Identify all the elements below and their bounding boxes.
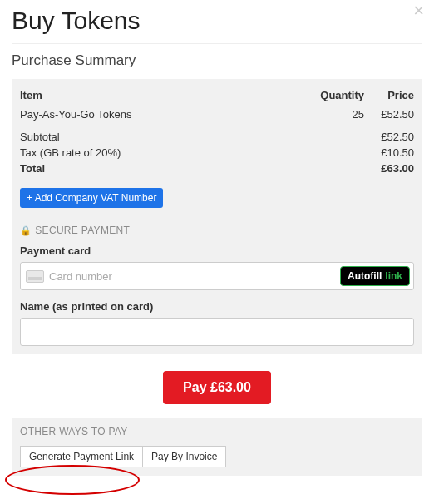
total-row: Total £63.00 <box>20 161 414 176</box>
lock-icon: 🔒 <box>20 225 32 236</box>
generate-payment-link-button[interactable]: Generate Payment Link <box>20 446 143 467</box>
tax-label: Tax (GB rate of 20%) <box>20 146 314 159</box>
autofill-link-button[interactable]: Autofill link <box>340 266 410 286</box>
tax-value: £10.50 <box>364 146 414 159</box>
other-ways-panel: OTHER WAYS TO PAY Generate Payment Link … <box>12 418 422 476</box>
summary-panel: Item Quantity Price Pay-As-You-Go Tokens… <box>12 79 422 354</box>
line-item-qty: 25 <box>314 108 364 121</box>
pay-by-invoice-button[interactable]: Pay By Invoice <box>142 446 226 467</box>
other-ways-heading: OTHER WAYS TO PAY <box>20 426 414 437</box>
divider <box>12 43 422 44</box>
total-label: Total <box>20 162 314 175</box>
modal-title: Buy Tokens <box>12 7 422 35</box>
card-number-field[interactable]: Autofill link <box>20 262 414 290</box>
summary-header-row: Item Quantity Price <box>20 87 414 103</box>
col-price: Price <box>364 89 414 101</box>
payment-card-label: Payment card <box>20 245 414 257</box>
subtotal-label: Subtotal <box>20 131 314 143</box>
secure-text: SECURE PAYMENT <box>35 225 130 236</box>
pay-row: Pay £63.00 <box>12 371 422 404</box>
line-item-name: Pay-As-You-Go Tokens <box>20 108 314 121</box>
close-icon[interactable]: × <box>413 2 424 20</box>
purchase-summary-heading: Purchase Summary <box>12 52 422 69</box>
name-on-card-input[interactable] <box>20 318 414 346</box>
col-quantity: Quantity <box>314 89 364 101</box>
name-on-card-label: Name (as printed on card) <box>20 300 414 313</box>
line-item-row: Pay-As-You-Go Tokens 25 £52.50 <box>20 106 414 122</box>
other-buttons-row: Generate Payment Link Pay By Invoice <box>20 446 414 467</box>
autofill-suffix: link <box>385 270 402 282</box>
col-item: Item <box>20 89 314 101</box>
tax-row: Tax (GB rate of 20%) £10.50 <box>20 145 414 161</box>
line-item-price: £52.50 <box>364 108 414 121</box>
secure-payment-label: 🔒 SECURE PAYMENT <box>20 225 414 236</box>
autofill-brand: Autofill <box>348 270 382 282</box>
card-icon <box>26 270 44 283</box>
buy-tokens-modal: × Buy Tokens Purchase Summary Item Quant… <box>0 0 434 504</box>
pay-button[interactable]: Pay £63.00 <box>163 371 271 404</box>
add-vat-button[interactable]: + Add Company VAT Number <box>20 188 163 208</box>
subtotal-row: Subtotal £52.50 <box>20 129 414 145</box>
total-value: £63.00 <box>364 162 414 175</box>
subtotal-value: £52.50 <box>364 131 414 143</box>
